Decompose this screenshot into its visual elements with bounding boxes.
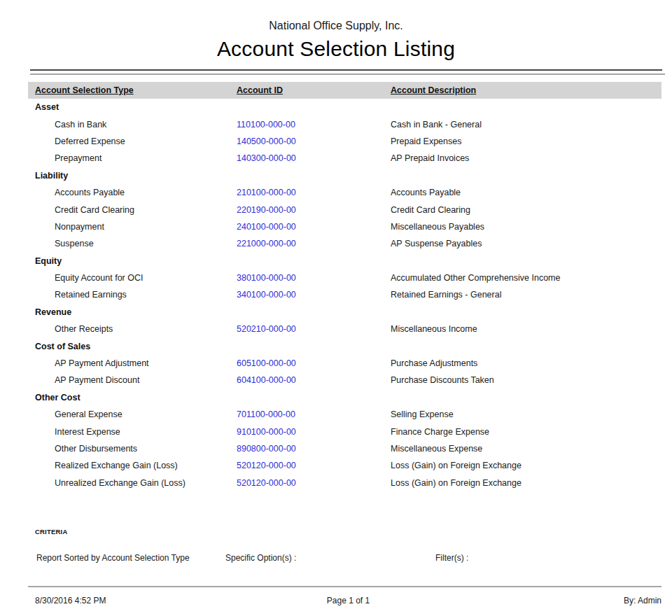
account-selection-type: Other Disbursements xyxy=(28,444,237,454)
footer-page-number: Page 1 of 1 xyxy=(244,596,452,606)
account-id-link[interactable]: 240100-000-00 xyxy=(237,222,391,232)
account-row: Nonpayment240100-000-00Miscellaneous Pay… xyxy=(28,218,662,235)
account-id-link[interactable]: 340100-000-00 xyxy=(237,290,391,300)
account-row: Other Receipts520210-000-00Miscellaneous… xyxy=(28,321,662,337)
account-id-link[interactable]: 910100-000-00 xyxy=(237,427,391,437)
criteria-sorted-by: Report Sorted by Account Selection Type xyxy=(36,553,190,563)
account-selection-type: Nonpayment xyxy=(28,222,237,232)
account-row: Prepayment140300-000-00AP Prepaid Invoic… xyxy=(28,150,662,167)
account-id-link[interactable]: 520120-000-00 xyxy=(237,461,391,470)
group-row: Cost of Sales xyxy=(28,337,662,354)
column-header-selection-type: Account Selection Type xyxy=(28,85,237,95)
account-selection-type: Equity Account for OCI xyxy=(28,273,237,283)
account-id-link[interactable]: 520210-000-00 xyxy=(237,324,391,334)
page-footer: 8/30/2016 4:52 PM Page 1 of 1 By: Admin xyxy=(28,594,662,608)
account-selection-type: Credit Card Clearing xyxy=(28,205,237,215)
title-rule-light xyxy=(30,74,665,75)
title-rule-dark xyxy=(30,69,662,71)
account-row: Equity Account for OCI380100-000-00Accum… xyxy=(28,270,662,286)
account-description: Accumulated Other Comprehensive Income xyxy=(391,273,662,283)
table-header-row: Account Selection Type Account ID Accoun… xyxy=(28,82,662,99)
account-table-body: AssetCash in Bank110100-000-00Cash in Ba… xyxy=(28,99,662,491)
account-id-link[interactable]: 220190-000-00 xyxy=(237,205,391,215)
account-selection-type: Suspense xyxy=(28,239,237,248)
group-row: Liability xyxy=(28,167,662,184)
account-description: Miscellaneous Expense xyxy=(391,444,662,454)
account-row: Realized Exchange Gain (Loss)520120-000-… xyxy=(28,457,662,474)
group-label: Revenue xyxy=(28,307,237,317)
account-id-link[interactable]: 221000-000-00 xyxy=(237,239,391,248)
report-title: Account Selection Listing xyxy=(0,37,672,61)
account-row: AP Payment Discount604100-000-00Purchase… xyxy=(28,372,662,388)
account-row: Unrealized Exchange Gain (Loss)520120-00… xyxy=(28,475,662,491)
account-selection-type: Interest Expense xyxy=(28,427,237,437)
account-row: General Expense701100-000-00Selling Expe… xyxy=(28,406,662,423)
criteria-filters: Filter(s) : xyxy=(435,553,468,563)
report-page: National Office Supply, Inc. Account Sel… xyxy=(0,0,672,616)
account-description: Purchase Discounts Taken xyxy=(391,375,662,385)
account-description: Cash in Bank - General xyxy=(391,120,662,130)
account-id-link[interactable]: 604100-000-00 xyxy=(237,375,391,385)
account-description: Miscellaneous Payables xyxy=(391,222,662,232)
account-row: Retained Earnings340100-000-00Retained E… xyxy=(28,286,662,303)
account-table: Account Selection Type Account ID Accoun… xyxy=(28,82,662,491)
account-row: Cash in Bank110100-000-00Cash in Bank - … xyxy=(28,115,662,132)
group-row: Equity xyxy=(28,253,662,270)
account-description: Selling Expense xyxy=(391,410,662,419)
account-row: Credit Card Clearing220190-000-00Credit … xyxy=(28,201,662,218)
account-id-link[interactable]: 140300-000-00 xyxy=(237,153,391,163)
account-selection-type: AP Payment Adjustment xyxy=(28,358,237,368)
account-description: AP Prepaid Invoices xyxy=(391,153,662,163)
criteria-label: CRITERIA xyxy=(35,528,67,536)
account-id-link[interactable]: 605100-000-00 xyxy=(237,358,391,368)
group-label: Asset xyxy=(28,102,237,112)
account-description: Finance Charge Expense xyxy=(391,427,662,437)
account-selection-type: Prepayment xyxy=(28,153,237,163)
criteria-specific-options: Specific Option(s) : xyxy=(225,553,296,563)
account-description: Loss (Gain) on Foreign Exchange xyxy=(391,478,662,488)
account-selection-type: Cash in Bank xyxy=(28,120,237,130)
group-label: Liability xyxy=(28,171,237,181)
company-name: National Office Supply, Inc. xyxy=(0,20,672,32)
account-selection-type: Deferred Expense xyxy=(28,136,237,146)
account-selection-type: Unrealized Exchange Gain (Loss) xyxy=(28,478,237,488)
account-selection-type: Realized Exchange Gain (Loss) xyxy=(28,461,237,470)
group-label: Equity xyxy=(28,256,237,266)
account-description: Retained Earnings - General xyxy=(391,290,662,300)
account-row: Deferred Expense140500-000-00Prepaid Exp… xyxy=(28,133,662,150)
account-selection-type: Accounts Payable xyxy=(28,188,237,197)
group-row: Other Cost xyxy=(28,389,662,406)
account-id-link[interactable]: 110100-000-00 xyxy=(237,120,391,130)
account-id-link[interactable]: 380100-000-00 xyxy=(237,273,391,283)
footer-user: By: Admin xyxy=(453,596,662,606)
account-id-link[interactable]: 210100-000-00 xyxy=(237,188,391,197)
account-id-link[interactable]: 701100-000-00 xyxy=(237,410,391,419)
account-description: AP Suspense Payables xyxy=(391,239,662,248)
account-id-link[interactable]: 140500-000-00 xyxy=(237,136,391,146)
account-row: AP Payment Adjustment605100-000-00Purcha… xyxy=(28,355,662,372)
account-row: Interest Expense910100-000-00Finance Cha… xyxy=(28,423,662,440)
group-label: Other Cost xyxy=(28,393,237,402)
column-header-description: Account Description xyxy=(391,85,662,95)
account-description: Miscellaneous Income xyxy=(391,324,662,334)
account-selection-type: AP Payment Discount xyxy=(28,375,237,385)
account-description: Prepaid Expenses xyxy=(391,136,662,146)
account-id-link[interactable]: 890800-000-00 xyxy=(237,444,391,454)
account-description: Loss (Gain) on Foreign Exchange xyxy=(391,461,662,470)
account-selection-type: Retained Earnings xyxy=(28,290,237,300)
group-label: Cost of Sales xyxy=(28,342,237,351)
account-row: Suspense221000-000-00AP Suspense Payable… xyxy=(28,235,662,252)
group-row: Revenue xyxy=(28,304,662,321)
account-id-link[interactable]: 520120-000-00 xyxy=(237,478,391,488)
account-description: Purchase Adjustments xyxy=(391,358,662,368)
account-row: Accounts Payable210100-000-00Accounts Pa… xyxy=(28,184,662,201)
footer-datetime: 8/30/2016 4:52 PM xyxy=(28,596,244,606)
account-description: Accounts Payable xyxy=(391,188,662,197)
account-selection-type: Other Receipts xyxy=(28,324,237,334)
group-row: Asset xyxy=(28,99,662,115)
account-selection-type: General Expense xyxy=(28,410,237,419)
account-row: Other Disbursements890800-000-00Miscella… xyxy=(28,440,662,457)
account-description: Credit Card Clearing xyxy=(391,205,662,215)
column-header-account-id: Account ID xyxy=(237,85,391,95)
footer-rule xyxy=(28,586,662,587)
